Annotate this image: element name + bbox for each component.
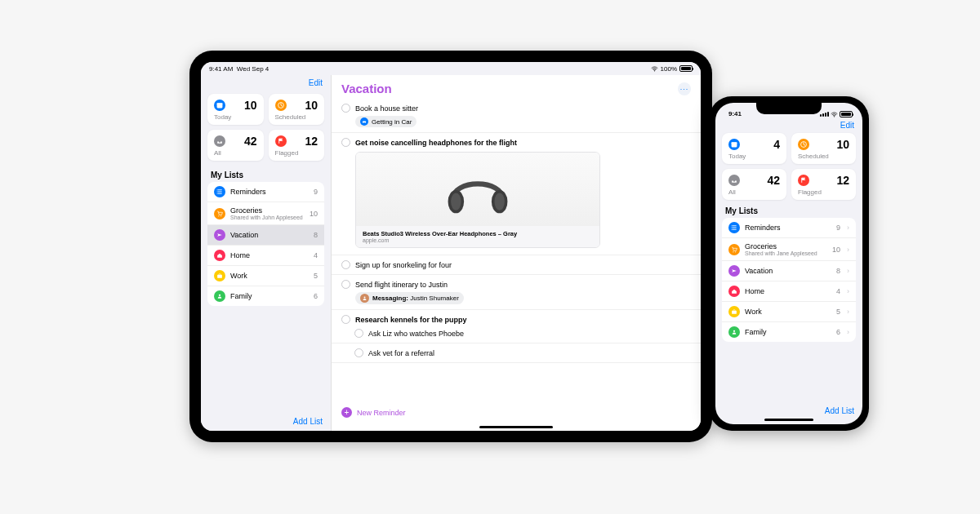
- contact-chip[interactable]: Messaging: Justin Shumaker: [355, 292, 464, 304]
- iphone-device-frame: 9:41 Edit 4 Today 10 Scheduled 42: [709, 96, 869, 431]
- list-row-work[interactable]: Work 5: [207, 266, 324, 286]
- battery-percent: 100%: [661, 65, 677, 73]
- reminder-item[interactable]: Get noise cancelling headphones for the …: [332, 133, 701, 255]
- ipad-detail-pane: Vacation ··· Book a house sitter Getting…: [332, 75, 701, 431]
- list-count: 10: [310, 210, 318, 218]
- add-list-button[interactable]: Add List: [293, 417, 323, 426]
- card-label: All: [214, 149, 257, 157]
- list-title: Vacation: [341, 82, 392, 95]
- smart-list-card-today[interactable]: 10 Today: [207, 94, 264, 125]
- avatar-icon: [360, 294, 369, 303]
- complete-toggle[interactable]: [341, 315, 350, 324]
- list-row-reminders[interactable]: Reminders 9 ›: [722, 218, 856, 238]
- chevron-right-icon: ›: [847, 308, 849, 316]
- link-preview[interactable]: Beats Studio3 Wireless Over-Ear Headphon…: [355, 152, 600, 248]
- complete-toggle[interactable]: [341, 260, 350, 269]
- my-lists-header: My Lists: [201, 167, 331, 182]
- complete-toggle[interactable]: [341, 104, 350, 113]
- house-icon: [728, 286, 740, 297]
- reminder-title: Get noise cancelling headphones for the …: [355, 139, 517, 147]
- complete-toggle[interactable]: [354, 348, 363, 357]
- list-count: 5: [836, 308, 840, 316]
- smart-list-card-today[interactable]: 4 Today: [722, 133, 786, 164]
- card-count: 10: [305, 99, 318, 112]
- card-count: 4: [773, 138, 780, 151]
- card-label: Today: [728, 153, 780, 160]
- flag-icon: [798, 175, 809, 186]
- list-row-work[interactable]: Work 5 ›: [722, 302, 856, 322]
- reminder-title: Send flight itinerary to Justin: [355, 281, 448, 289]
- reminder-item[interactable]: Sign up for snorkeling for four: [332, 255, 701, 275]
- complete-toggle[interactable]: [341, 280, 350, 289]
- status-time-date: 9:41 AM Wed Sep 4: [209, 65, 269, 73]
- card-label: Flagged: [798, 188, 849, 196]
- clock-icon: [798, 139, 809, 150]
- complete-toggle[interactable]: [341, 138, 350, 147]
- reminder-item[interactable]: Send flight itinerary to Justin Messagin…: [332, 275, 701, 310]
- reminder-subitem[interactable]: Ask Liz who watches Phoebe: [332, 324, 701, 343]
- list-name: Work: [745, 308, 831, 316]
- reminder-item[interactable]: Research kennels for the puppy: [332, 310, 701, 324]
- battery-icon: [679, 65, 693, 72]
- calendar-icon: [214, 100, 225, 111]
- reminder-item[interactable]: Book a house sitter Getting in Car: [332, 99, 701, 133]
- list-count: 5: [314, 272, 318, 280]
- smart-list-cards: 4 Today 10 Scheduled 42 All 12 Flagged: [715, 130, 862, 205]
- iphone-screen: 9:41 Edit 4 Today 10 Scheduled 42: [715, 103, 862, 424]
- plane-icon: [728, 265, 740, 277]
- smart-list-card-all[interactable]: 42 All: [722, 169, 786, 200]
- smart-list-card-flagged[interactable]: 12 Flagged: [791, 169, 856, 200]
- smart-list-card-scheduled[interactable]: 10 Scheduled: [269, 94, 325, 125]
- reminder-title: Ask vet for a referral: [368, 349, 434, 357]
- status-time: 9:41: [725, 110, 742, 117]
- list-name: Vacation: [745, 267, 831, 275]
- ipad-screen: 9:41 AM Wed Sep 4 100% Edit 10 Today: [201, 62, 701, 431]
- person-icon: [214, 290, 225, 302]
- smart-list-card-scheduled[interactable]: 10 Scheduled: [791, 133, 856, 164]
- card-label: Scheduled: [798, 153, 849, 160]
- list-name: Home: [745, 287, 831, 295]
- cart-icon: [728, 244, 740, 255]
- reminder-title: Ask Liz who watches Phoebe: [368, 330, 464, 338]
- location-chip[interactable]: Getting in Car: [355, 116, 416, 127]
- list-count: 6: [836, 328, 840, 336]
- new-reminder-button[interactable]: + New Reminder: [332, 401, 701, 424]
- edit-button[interactable]: Edit: [309, 78, 323, 87]
- list-name: Home: [230, 251, 309, 259]
- wifi-icon: [651, 66, 658, 72]
- list-row-vacation[interactable]: Vacation 8: [207, 225, 324, 246]
- headphones-icon: [433, 157, 523, 222]
- card-count: 12: [836, 174, 849, 187]
- chevron-right-icon: ›: [847, 328, 849, 336]
- card-label: Scheduled: [275, 113, 318, 121]
- battery-icon: [840, 111, 853, 117]
- tray-icon: [728, 175, 740, 186]
- iphone-notch: [756, 103, 822, 114]
- list-row-family[interactable]: Family 6 ›: [722, 322, 856, 342]
- complete-toggle[interactable]: [354, 329, 363, 338]
- list-row-groceries[interactable]: Groceries Shared with Jane Appleseed 10 …: [722, 238, 856, 261]
- clock-icon: [275, 100, 287, 111]
- smart-list-card-all[interactable]: 42 All: [207, 130, 264, 161]
- list-name: Reminders: [230, 188, 309, 196]
- add-list-button[interactable]: Add List: [825, 406, 854, 415]
- more-button[interactable]: ···: [678, 82, 691, 95]
- list-row-home[interactable]: Home 4 ›: [722, 281, 856, 302]
- list-row-groceries[interactable]: Groceries Shared with John Appleseed 10: [207, 202, 324, 225]
- link-image: [356, 153, 599, 226]
- smart-list-card-flagged[interactable]: 12 Flagged: [269, 130, 325, 161]
- iphone-list-group: Reminders 9 › Groceries Shared with Jane…: [722, 218, 856, 342]
- list-row-reminders[interactable]: Reminders 9: [207, 182, 324, 202]
- list-row-family[interactable]: Family 6: [207, 286, 324, 306]
- list-name: Reminders: [745, 224, 831, 232]
- list-row-vacation[interactable]: Vacation 8 ›: [722, 261, 856, 281]
- list-icon: [214, 186, 225, 197]
- list-row-home[interactable]: Home 4: [207, 246, 324, 266]
- chevron-right-icon: ›: [847, 287, 849, 295]
- edit-button[interactable]: Edit: [840, 121, 854, 130]
- reminder-subitem[interactable]: Ask vet for a referral: [332, 343, 701, 363]
- ipad-sidebar: Edit 10 Today 10 Scheduled 42 All 12: [201, 75, 332, 431]
- smart-list-cards: 10 Today 10 Scheduled 42 All 12 Flagged: [201, 89, 331, 167]
- car-icon: [360, 117, 368, 126]
- card-count: 10: [836, 138, 849, 151]
